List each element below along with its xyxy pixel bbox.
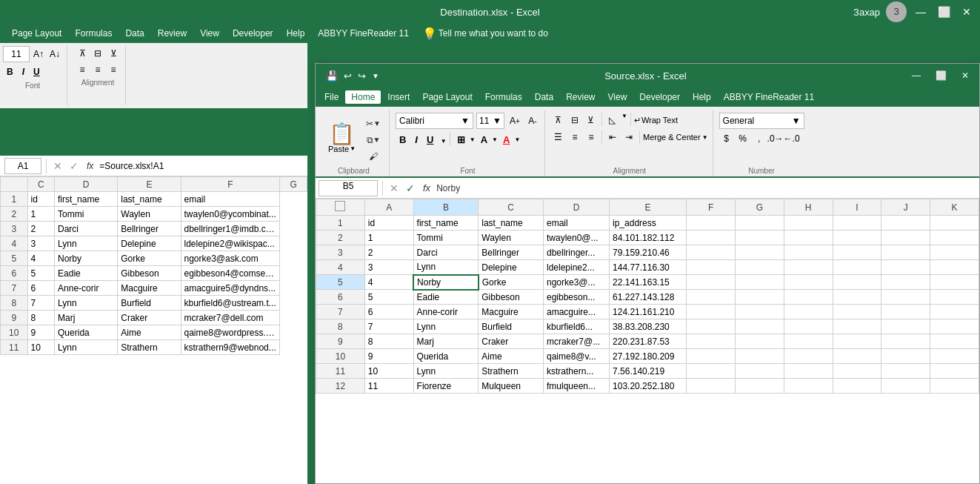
bg-cell-7-2[interactable]: Anne-corir (55, 281, 118, 296)
menu-insert[interactable]: Insert (381, 90, 416, 104)
restore-btn[interactable]: ⬜ (935, 6, 953, 18)
bg-cell-5-3[interactable]: Gorke (118, 251, 181, 266)
cell-7-1[interactable]: 6 (364, 305, 413, 319)
decrease-decimal-btn[interactable]: ←.0 (784, 131, 799, 146)
cell-1-11[interactable] (930, 216, 979, 231)
col-header-B[interactable]: B (413, 199, 479, 216)
bg-cell-6-3[interactable]: Gibbeson (118, 266, 181, 281)
bg-row-header-11[interactable]: 11 (1, 340, 28, 355)
cell-10-11[interactable] (930, 349, 979, 364)
cell-5-5[interactable]: 22.141.163.15 (610, 275, 687, 290)
cut-dropdown[interactable]: ▼ (373, 119, 381, 127)
cell-12-3[interactable]: Mulqueen (479, 379, 544, 394)
cell-3-8[interactable] (784, 245, 833, 260)
row-header-5[interactable]: 5 (316, 275, 365, 290)
underline-btn[interactable]: U (423, 131, 437, 147)
cell-5-1[interactable]: 4 (364, 275, 413, 290)
cell-10-10[interactable] (881, 349, 930, 364)
cell-11-6[interactable] (687, 364, 736, 379)
cell-4-2[interactable]: Lynn (413, 260, 479, 275)
menu-page-layout[interactable]: Page Layout (416, 90, 478, 104)
cell-9-4[interactable]: mcraker7@... (544, 334, 610, 349)
bg-row-header-8[interactable]: 8 (1, 296, 28, 311)
bg-align-middle[interactable]: ⊟ (90, 46, 105, 61)
cell-5-4[interactable]: ngorke3@... (544, 275, 610, 290)
cell-3-9[interactable] (833, 245, 881, 260)
font-size-dropdown[interactable]: 11 ▼ (476, 113, 504, 129)
bg-cell-7-3[interactable]: Macguire (118, 281, 181, 296)
bg-cell-7-1[interactable]: 6 (27, 281, 55, 296)
bg-cell-3-2[interactable]: Darci (55, 222, 118, 236)
col-header-G[interactable]: G (735, 199, 784, 216)
bg-row-header-6[interactable]: 6 (1, 266, 28, 281)
cell-1-8[interactable] (784, 216, 833, 231)
cell-11-4[interactable]: kstrathern... (544, 364, 610, 379)
bg-cell-1-1[interactable]: id (27, 192, 55, 207)
comma-btn[interactable]: , (752, 131, 767, 146)
bg-align-center[interactable]: ≡ (90, 62, 105, 77)
border-dropdown[interactable]: ▼ (470, 136, 476, 143)
bold-btn[interactable]: B (396, 131, 410, 147)
currency-btn[interactable]: $ (719, 131, 734, 146)
bg-italic-btn[interactable]: I (19, 64, 28, 80)
cell-8-2[interactable]: Lynn (413, 319, 479, 334)
cell-9-5[interactable]: 220.231.87.53 (610, 334, 687, 349)
cell-12-1[interactable]: 11 (364, 379, 413, 394)
cell-1-2[interactable]: first_name (413, 216, 479, 231)
row-header-12[interactable]: 12 (316, 379, 365, 394)
border-btn[interactable]: ⊞ (453, 131, 469, 147)
global-menu-view[interactable]: View (194, 27, 225, 40)
cell-5-7[interactable] (735, 275, 784, 290)
bg-cell-3-4[interactable]: dbellringer1@imdb.co... (181, 222, 280, 236)
cell-6-6[interactable] (687, 290, 736, 305)
cell-10-4[interactable]: qaime8@v... (544, 349, 610, 364)
cell-1-1[interactable]: id (364, 216, 413, 231)
cell-4-8[interactable] (784, 260, 833, 275)
cell-1-10[interactable] (881, 216, 930, 231)
bg-font-increase[interactable]: A↑ (31, 47, 46, 62)
bg-cell-11-4[interactable]: kstrathern9@webnod... (181, 340, 280, 355)
col-header-I[interactable]: I (833, 199, 881, 216)
bg-row-header-7[interactable]: 7 (1, 281, 28, 296)
cell-11-7[interactable] (735, 364, 784, 379)
cell-12-4[interactable]: fmulqueen... (544, 379, 610, 394)
format-painter-btn[interactable]: 🖌 (362, 149, 384, 164)
text-angle-btn[interactable]: ◺ (605, 113, 620, 127)
bg-row-header-1[interactable]: 1 (1, 192, 28, 207)
cell-7-4[interactable]: amacguire... (544, 305, 610, 319)
cell-3-6[interactable] (687, 245, 736, 260)
cell-1-7[interactable] (735, 216, 784, 231)
bg-cell-10-2[interactable]: Querida (55, 325, 118, 340)
cell-3-7[interactable] (735, 245, 784, 260)
cell-5-9[interactable] (833, 275, 881, 290)
bg-cell-10-3[interactable]: Aime (118, 325, 181, 340)
font-color-btn[interactable]: A (499, 131, 513, 147)
bg-cell-8-2[interactable]: Lynn (55, 296, 118, 311)
cell-9-3[interactable]: Craker (479, 334, 544, 349)
cell-2-3[interactable]: Waylen (479, 231, 544, 245)
bg-cell-10-4[interactable]: qaime8@wordpress.o... (181, 325, 280, 340)
merge-dropdown[interactable]: ▼ (702, 134, 708, 141)
cell-8-6[interactable] (687, 319, 736, 334)
underline-dropdown[interactable]: ▼ (441, 138, 447, 145)
bg-cell-5-2[interactable]: Norby (55, 251, 118, 266)
menu-view[interactable]: View (602, 90, 633, 104)
cell-9-7[interactable] (735, 334, 784, 349)
cell-11-11[interactable] (930, 364, 979, 379)
col-header-E[interactable]: E (610, 199, 687, 216)
fg-name-box[interactable]: B5 (319, 180, 378, 196)
cell-2-2[interactable]: Tommi (413, 231, 479, 245)
bg-col-d[interactable]: D (55, 177, 118, 192)
align-top-btn[interactable]: ⊼ (551, 113, 566, 127)
cell-1-5[interactable]: ip_address (610, 216, 687, 231)
cell-4-9[interactable] (833, 260, 881, 275)
cell-11-3[interactable]: Strathern (479, 364, 544, 379)
fill-color-btn[interactable]: A (477, 131, 491, 147)
menu-formulas[interactable]: Formulas (479, 90, 528, 104)
cell-10-8[interactable] (784, 349, 833, 364)
row-header-7[interactable]: 7 (316, 305, 365, 319)
cell-8-7[interactable] (735, 319, 784, 334)
cell-8-3[interactable]: Burfield (479, 319, 544, 334)
cell-3-4[interactable]: dbellringer... (544, 245, 610, 260)
cell-2-6[interactable] (687, 231, 736, 245)
